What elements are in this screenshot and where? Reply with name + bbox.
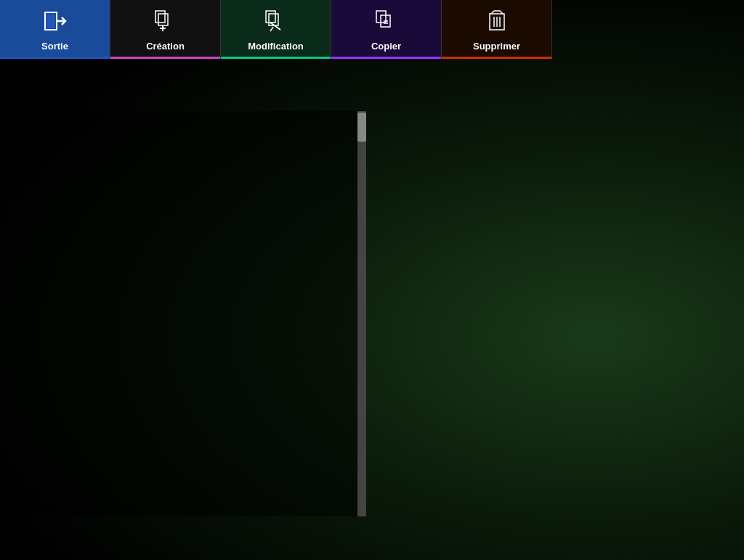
svg-rect-3 xyxy=(155,11,165,23)
left-panel: Carte en cours de saisie : BAR ▼ | SOUS-… xyxy=(0,60,367,560)
copier-label: Copier xyxy=(371,41,401,52)
sortie-icon xyxy=(42,8,68,38)
modification-icon xyxy=(263,8,289,38)
modification-label: Modification xyxy=(248,41,304,52)
copier-button[interactable]: Copier xyxy=(331,0,442,59)
supprimer-icon xyxy=(484,8,510,38)
supprimer-label: Supprimer xyxy=(473,41,520,52)
scrollbar[interactable] xyxy=(357,111,366,516)
svg-rect-8 xyxy=(269,14,278,25)
svg-line-10 xyxy=(270,27,273,31)
modification-button[interactable]: Modification xyxy=(221,0,331,59)
creation-label: Création xyxy=(146,41,185,52)
sortie-label: Sortie xyxy=(41,41,68,52)
sortie-button[interactable]: Sortie xyxy=(0,0,110,59)
scrollbar-thumb[interactable] xyxy=(357,113,366,142)
table-body xyxy=(0,111,366,516)
supprimer-button[interactable]: Supprimer xyxy=(442,0,552,59)
svg-rect-7 xyxy=(266,11,275,23)
creation-button[interactable]: Création xyxy=(110,0,221,59)
copier-icon xyxy=(373,8,400,38)
svg-rect-4 xyxy=(158,14,168,25)
creation-icon xyxy=(153,8,179,38)
svg-rect-1 xyxy=(46,14,55,28)
